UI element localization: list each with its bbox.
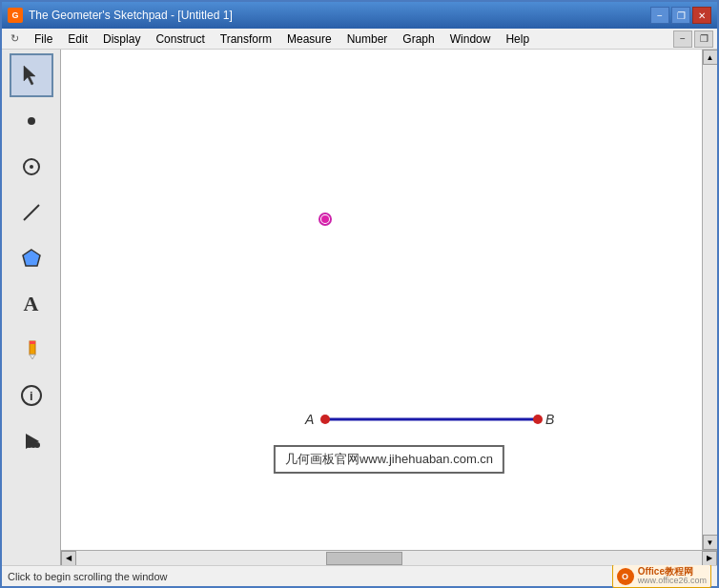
title-bar: G The Geometer's Sketchpad - [Untitled 1… [2, 2, 717, 29]
line-tool-button[interactable] [10, 191, 53, 234]
svg-marker-8 [30, 355, 35, 359]
info-icon: i [20, 384, 43, 407]
inner-minimize-button[interactable]: − [673, 30, 692, 48]
inner-restore-button[interactable]: ❐ [694, 30, 713, 48]
office-badge: O Office教程网 www.office26.com [612, 564, 711, 588]
horizontal-scrollbar[interactable]: ◀ ▶ [61, 550, 717, 565]
scroll-h-thumb[interactable] [326, 552, 402, 565]
restore-button[interactable]: ❐ [671, 7, 690, 24]
circle-icon [20, 155, 43, 178]
menu-bar: ↻ File Edit Display Construct Transform … [2, 29, 717, 50]
title-bar-left: G The Geometer's Sketchpad - [Untitled 1… [8, 8, 233, 23]
window-title: The Geometer's Sketchpad - [Untitled 1] [29, 9, 233, 22]
scroll-h-track[interactable] [76, 551, 702, 565]
menu-help[interactable]: Help [498, 30, 537, 48]
svg-rect-9 [30, 341, 35, 344]
point-b-dot [533, 415, 543, 424]
menu-file[interactable]: File [27, 30, 60, 48]
top-point-dot [321, 215, 329, 223]
menu-number[interactable]: Number [339, 30, 396, 48]
svg-point-15 [31, 442, 36, 448]
canvas-scroll-wrapper: A B 几何画板官网www.jihehuaban.com.cn ▲ ▼ [61, 50, 717, 550]
toolbar: A i [2, 50, 61, 565]
line-icon [20, 201, 43, 224]
animation-tool-button[interactable] [10, 419, 53, 463]
label-a: A [304, 412, 314, 427]
menu-refresh-icon[interactable]: ↻ [6, 30, 23, 48]
annotation-box: 几何画板官网www.jihehuaban.com.cn [274, 445, 504, 474]
svg-marker-6 [23, 250, 40, 266]
point-tool-button[interactable] [10, 99, 53, 143]
pencil-icon [20, 338, 43, 361]
menu-transform[interactable]: Transform [213, 30, 279, 48]
svg-marker-0 [24, 66, 35, 85]
circle-tool-button[interactable] [10, 145, 53, 189]
point-a-dot [320, 415, 330, 424]
drawing-canvas[interactable]: A B 几何画板官网www.jihehuaban.com.cn [61, 50, 717, 550]
text-icon: A [24, 292, 39, 316]
menu-window[interactable]: Window [442, 30, 499, 48]
scroll-right-arrow[interactable]: ▶ [702, 551, 717, 566]
minimize-button[interactable]: − [650, 7, 669, 24]
marker-tool-button[interactable] [10, 328, 53, 372]
svg-text:i: i [30, 389, 33, 403]
app-icon: G [8, 8, 23, 23]
status-right: O Office教程网 www.office26.com [612, 564, 711, 588]
scroll-v-track[interactable] [703, 65, 717, 535]
vertical-scrollbar[interactable]: ▲ ▼ [702, 50, 717, 550]
main-window: G The Geometer's Sketchpad - [Untitled 1… [0, 0, 719, 588]
office-badge-text: Office教程网 www.office26.com [638, 566, 707, 586]
svg-point-1 [28, 117, 35, 125]
menu-edit[interactable]: Edit [60, 30, 95, 48]
arrow-icon [20, 64, 43, 87]
canvas-area: A B 几何画板官网www.jihehuaban.com.cn ▲ ▼ [61, 50, 717, 565]
close-button[interactable]: ✕ [692, 7, 711, 24]
canvas-scroll-area[interactable]: A B 几何画板官网www.jihehuaban.com.cn [61, 50, 717, 550]
scroll-down-arrow[interactable]: ▼ [703, 535, 718, 550]
menu-display[interactable]: Display [95, 30, 148, 48]
title-controls: − ❐ ✕ [650, 7, 711, 24]
geometry-svg: A B [61, 50, 717, 550]
text-tool-button[interactable]: A [10, 282, 53, 326]
polygon-tool-button[interactable] [10, 236, 53, 280]
office-icon: O [617, 568, 634, 585]
main-area: A i [2, 50, 717, 565]
status-bar: Click to begin scrolling the window O Of… [2, 565, 717, 586]
menu-measure[interactable]: Measure [279, 30, 339, 48]
annotation-text: 几何画板官网www.jihehuaban.com.cn [285, 452, 493, 466]
scroll-left-arrow[interactable]: ◀ [61, 551, 76, 566]
select-tool-button[interactable] [10, 53, 53, 97]
polygon-icon [20, 247, 43, 270]
point-icon [20, 110, 43, 132]
info-tool-button[interactable]: i [10, 374, 53, 417]
scroll-up-arrow[interactable]: ▲ [703, 50, 718, 65]
svg-point-3 [30, 165, 33, 169]
menu-graph[interactable]: Graph [395, 30, 442, 48]
svg-line-5 [24, 205, 39, 220]
office-url: www.office26.com [638, 577, 707, 586]
menu-construct[interactable]: Construct [148, 30, 212, 48]
play-icon [20, 430, 43, 453]
status-message: Click to begin scrolling the window [8, 571, 168, 582]
label-b: B [545, 412, 554, 427]
